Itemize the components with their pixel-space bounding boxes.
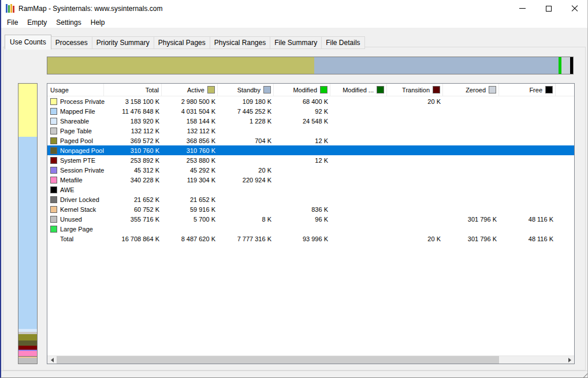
column-header-zeroed[interactable]: Zeroed <box>443 84 499 96</box>
column-header-transition[interactable]: Transition <box>387 84 443 96</box>
minimize-button[interactable] <box>509 0 535 17</box>
value-cell: 5 700 K <box>162 216 218 223</box>
value-cell: 183 920 K <box>104 118 162 125</box>
shareable-swatch <box>50 118 57 125</box>
value-cell: 92 K <box>274 108 330 115</box>
usage-cell: Unused <box>47 216 104 223</box>
column-header-modified[interactable]: Modified <box>274 84 330 96</box>
tab-file-details[interactable]: File Details <box>322 36 364 49</box>
value-cell: 368 856 K <box>162 137 218 144</box>
column-label-transition: Transition <box>402 87 430 93</box>
tab-priority-summary[interactable]: Priority Summary <box>92 36 154 49</box>
unused-swatch <box>50 216 57 223</box>
scrollbar-track[interactable] <box>57 356 565 364</box>
table-row-page-table[interactable]: Page Table132 112 K132 112 K <box>47 126 574 136</box>
usage-label: Paged Pool <box>60 137 93 144</box>
left-bar-segment-unused <box>18 358 37 364</box>
column-label-modified: Modified <box>293 87 317 93</box>
column-label-zeroed: Zeroed <box>466 87 486 93</box>
value-cell: 45 292 K <box>162 167 218 174</box>
scroll-left-button[interactable] <box>47 356 57 364</box>
usage-label: System PTE <box>60 157 95 164</box>
menu-item-empty[interactable]: Empty <box>23 17 51 28</box>
close-button[interactable] <box>561 0 587 17</box>
usage-label: Unused <box>60 216 82 223</box>
close-icon <box>571 5 578 12</box>
value-cell: 369 572 K <box>104 137 162 144</box>
menu-item-settings[interactable]: Settings <box>51 17 85 28</box>
value-cell: 59 916 K <box>162 206 218 213</box>
maximize-button[interactable] <box>535 0 561 17</box>
value-cell: 48 116 K <box>499 235 556 242</box>
table-header: UsageTotalActiveStandbyModifiedModified … <box>47 84 574 96</box>
usage-cell: Kernel Stack <box>47 206 104 213</box>
table-row-kernel-stack[interactable]: Kernel Stack60 752 K59 916 K836 K <box>47 204 574 214</box>
tab-use-counts[interactable]: Use Counts <box>5 35 51 50</box>
column-header-usage[interactable]: Usage <box>47 84 104 96</box>
modified-no-write-swatch <box>377 86 384 93</box>
table-row-metafile[interactable]: Metafile340 228 K119 304 K220 924 K <box>47 175 574 185</box>
maximize-icon <box>546 6 552 12</box>
scrollbar-thumb[interactable] <box>57 356 499 364</box>
paged-pool-swatch <box>50 137 57 144</box>
table-row-unused[interactable]: Unused355 716 K5 700 K8 K96 K301 796 K48… <box>47 214 574 224</box>
tab-physical-pages[interactable]: Physical Pages <box>154 36 210 49</box>
value-cell: 7 445 252 K <box>218 108 274 115</box>
tab-processes[interactable]: Processes <box>51 36 92 49</box>
value-cell: 132 112 K <box>104 128 162 134</box>
window-controls <box>509 0 587 17</box>
usage-label: Process Private <box>60 98 105 105</box>
horizontal-scrollbar[interactable] <box>47 355 574 364</box>
menu-item-help[interactable]: Help <box>86 17 110 28</box>
column-label-total: Total <box>146 87 159 93</box>
page-table-swatch <box>50 128 57 134</box>
kernel-stack-swatch <box>50 206 57 213</box>
window-title: RamMap - Sysinternals: www.sysinternals.… <box>18 5 162 13</box>
value-cell: 21 652 K <box>162 196 218 203</box>
table-row-session-private[interactable]: Session Private45 312 K45 292 K20 K <box>47 165 574 175</box>
usage-cell: Process Private <box>47 98 104 105</box>
table-row-driver-locked[interactable]: Driver Locked21 652 K21 652 K <box>47 194 574 204</box>
nonpaged-pool-swatch <box>50 147 57 154</box>
tab-file-summary[interactable]: File Summary <box>270 36 322 49</box>
column-header-total[interactable]: Total <box>104 84 162 96</box>
value-cell: 20 K <box>387 98 443 105</box>
column-header-active[interactable]: Active <box>162 84 218 96</box>
table-row-mapped-file[interactable]: Mapped File11 476 848 K4 031 504 K7 445 … <box>47 106 574 116</box>
standby-swatch <box>263 86 271 93</box>
value-cell: 24 548 K <box>274 118 330 125</box>
usage-cell: Mapped File <box>47 108 104 115</box>
column-header-free[interactable]: Free <box>499 84 556 96</box>
menu-item-file[interactable]: File <box>2 17 23 28</box>
column-label-free: Free <box>529 87 542 93</box>
top-bar-segment-active <box>47 57 314 74</box>
table-row-nonpaged-pool[interactable]: Nonpaged Pool310 760 K310 760 K <box>47 145 574 155</box>
usage-cell: Session Private <box>47 167 104 174</box>
zeroed-swatch <box>489 86 496 93</box>
column-header-standby[interactable]: Standby <box>218 84 274 96</box>
value-cell: 158 144 K <box>162 118 218 125</box>
table-row-process-private[interactable]: Process Private3 158 100 K2 980 500 K109… <box>47 96 574 106</box>
table-row-total[interactable]: Total16 708 864 K8 487 620 K7 777 316 K9… <box>47 234 574 244</box>
resize-grip[interactable] <box>580 370 587 377</box>
usage-label: Shareable <box>60 118 89 125</box>
rammap-window: RamMap - Sysinternals: www.sysinternals.… <box>0 0 588 378</box>
usage-label: Session Private <box>60 167 104 174</box>
table-row-shareable[interactable]: Shareable183 920 K158 144 K1 228 K24 548… <box>47 116 574 126</box>
scroll-right-button[interactable] <box>565 356 574 364</box>
table-row-system-pte[interactable]: System PTE253 892 K253 880 K12 K <box>47 155 574 165</box>
value-cell: 132 112 K <box>162 128 218 134</box>
table-row-awe[interactable]: AWE <box>47 185 574 194</box>
column-label-modified-no-write: Modified ... <box>343 87 374 93</box>
column-header-modified-no-write[interactable]: Modified ... <box>330 84 387 96</box>
value-cell: 68 400 K <box>274 98 330 105</box>
value-cell: 301 796 K <box>443 216 499 223</box>
table-row-large-page[interactable]: Large Page <box>47 224 574 234</box>
title-bar[interactable]: RamMap - Sysinternals: www.sysinternals.… <box>1 0 587 17</box>
left-bar-segment-metafile <box>18 351 37 357</box>
value-cell: 253 880 K <box>162 157 218 164</box>
tab-physical-ranges[interactable]: Physical Ranges <box>210 36 270 49</box>
menu-bar: FileEmptySettingsHelp <box>1 17 587 28</box>
top-bar-segment-free <box>570 57 573 74</box>
table-row-paged-pool[interactable]: Paged Pool369 572 K368 856 K704 K12 K <box>47 136 574 145</box>
